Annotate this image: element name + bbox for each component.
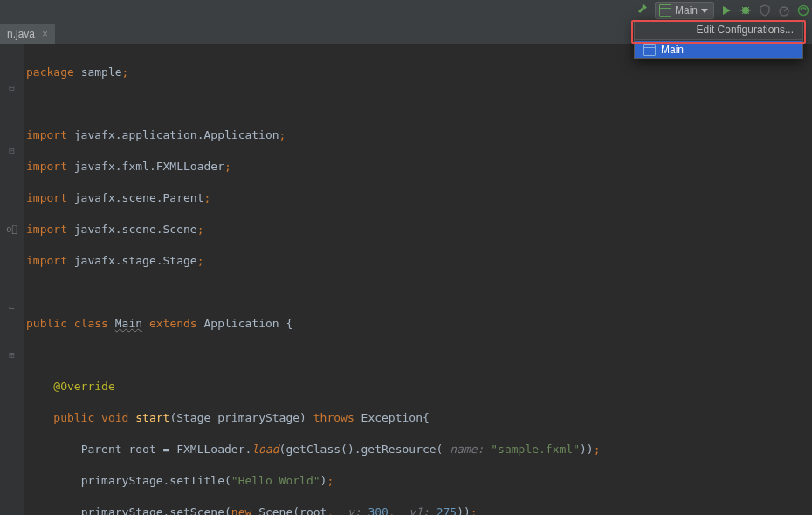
gutter: ⊟ ⊟ o͐ ⌙ ⊞: [0, 44, 24, 515]
svg-point-1: [742, 7, 749, 14]
run-config-selector[interactable]: Main: [655, 2, 714, 19]
tab-label: n.java: [7, 28, 35, 40]
override-gutter-icon[interactable]: o͐: [0, 222, 24, 237]
dropdown-item-label: Main: [661, 44, 684, 56]
profile-icon[interactable]: [777, 3, 791, 17]
close-icon[interactable]: ×: [42, 29, 48, 39]
chevron-down-icon: [701, 9, 708, 13]
dropdown-edit-configurations[interactable]: Edit Configurations...: [635, 21, 802, 38]
fold-minus-icon[interactable]: ⊟: [0, 80, 24, 96]
dropdown-main-config[interactable]: Main: [635, 41, 802, 58]
coverage-icon[interactable]: [758, 3, 772, 17]
fold-end-icon[interactable]: ⌙: [0, 300, 24, 316]
run-config-dropdown: Edit Configurations... Main: [634, 20, 803, 59]
editor: ⊟ ⊟ o͐ ⌙ ⊞ package sample; import javafx…: [0, 44, 812, 515]
fold-minus-icon[interactable]: ⊟: [0, 143, 24, 159]
code-area[interactable]: package sample; import javafx.applicatio…: [24, 44, 812, 515]
application-icon: [659, 4, 671, 17]
toolbar: Main: [0, 0, 812, 22]
svg-line-6: [742, 13, 743, 14]
dropdown-separator: [635, 39, 802, 40]
fold-plus-icon[interactable]: ⊞: [0, 347, 24, 363]
run-icon[interactable]: [719, 3, 733, 17]
svg-line-5: [748, 7, 749, 8]
editor-tab[interactable]: n.java ×: [0, 24, 55, 44]
application-icon: [643, 44, 656, 56]
svg-point-10: [799, 6, 809, 16]
svg-line-4: [742, 7, 743, 8]
svg-line-7: [748, 13, 749, 14]
stop-icon[interactable]: [796, 3, 810, 17]
dropdown-item-label: Edit Configurations...: [643, 24, 794, 36]
svg-line-9: [784, 9, 787, 11]
hammer-icon[interactable]: [636, 3, 650, 17]
run-config-label: Main: [675, 4, 698, 17]
debug-icon[interactable]: [739, 3, 753, 17]
